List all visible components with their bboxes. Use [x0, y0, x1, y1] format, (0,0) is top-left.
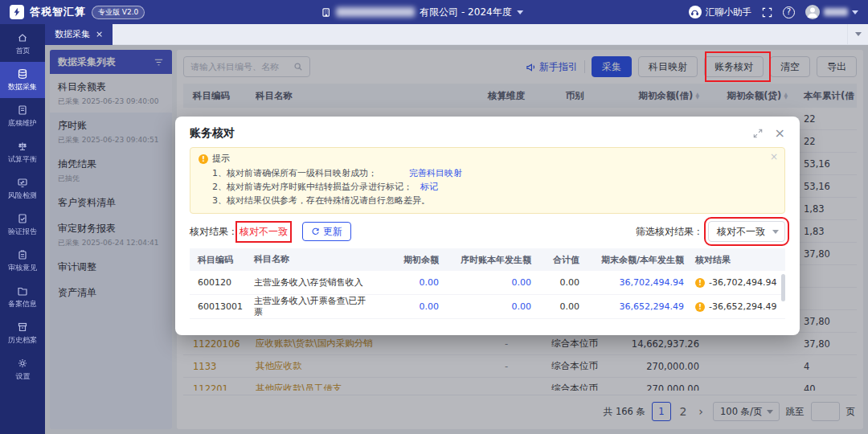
- filter-result-select[interactable]: 核对不一致: [708, 221, 785, 242]
- chevron-down-icon: [517, 10, 523, 14]
- warning-icon: !: [199, 154, 208, 164]
- assistant-avatar-icon: [689, 6, 702, 18]
- tab-close-icon[interactable]: ×: [96, 29, 103, 39]
- verify-table-row[interactable]: 600120 主营业务收入\存货销售收入 0.00 0.00 0.00 36,7…: [190, 271, 785, 295]
- notice-line-1: 1、核对前请确保所有一级科目映射成功；完善科目映射: [199, 166, 764, 180]
- sidebar-item-data-collection[interactable]: 数据采集: [0, 62, 45, 98]
- notice-line-2: 2、核对前请先对序时账中结转损益分录进行标记；标记: [199, 180, 764, 194]
- chevron-down-icon: [772, 230, 779, 234]
- assistant-button[interactable]: 汇聊小助手: [689, 6, 752, 18]
- sidebar-item-verification-report[interactable]: 验证报告: [0, 207, 45, 243]
- notice-line-3: 3、核对结果仅供参考，存在特殊情况请自行忽略差异。: [199, 194, 764, 207]
- sidebar-item-home[interactable]: 首页: [0, 26, 45, 62]
- warning-icon: !: [695, 278, 705, 288]
- company-year-label: 有限公司 - 2024年度: [420, 6, 512, 19]
- tab-strip: 数据采集 ×: [45, 24, 868, 45]
- modal-fullscreen-icon[interactable]: [753, 129, 763, 138]
- result-label: 核对结果：: [190, 225, 238, 239]
- mark-link[interactable]: 标记: [420, 182, 438, 192]
- complete-mapping-link[interactable]: 完善科目映射: [409, 168, 462, 178]
- notice-alert: × ! 提示 1、核对前请确保所有一级科目映射成功；完善科目映射 2、核对前请先…: [190, 147, 785, 214]
- clipboard-icon: [17, 249, 28, 260]
- tab-data-collection[interactable]: 数据采集 ×: [45, 24, 113, 45]
- home-icon: [17, 32, 28, 43]
- risk-monitor-icon: [17, 177, 28, 188]
- modal-header: 账务核对 ×: [175, 117, 800, 147]
- modal-title: 账务核对: [190, 126, 235, 141]
- tab-list-chevron-icon[interactable]: [847, 24, 868, 45]
- sidebar: 首页 数据采集 底稿维护 试算平衡 风险检测 验证报告 审核意见 备案信息: [0, 24, 45, 434]
- fullscreen-icon[interactable]: [762, 7, 772, 18]
- app-title: 答税智汇算: [30, 5, 86, 19]
- edition-badge: 专业版 V2.0: [92, 6, 145, 19]
- warning-icon: !: [695, 302, 705, 312]
- verify-table-row[interactable]: 60013001 主营业务收入\开票备查\已开票 0.00 0.00 0.00 …: [190, 295, 785, 319]
- modal-controls: 核对结果： 核对不一致 更新 筛选核对结果： 核对不一致: [190, 221, 785, 242]
- user-name-redacted: [824, 8, 848, 16]
- filter-group: 筛选核对结果： 核对不一致: [636, 221, 785, 242]
- data-collection-icon: [17, 68, 28, 80]
- draft-icon: [17, 104, 28, 116]
- gear-icon: [17, 358, 28, 369]
- folder-icon: [17, 285, 28, 297]
- verify-table: 科目编码 科目名称 期初余额 序时账本年发生额 合计值 期末余额/本年发生额 核…: [190, 248, 785, 327]
- balance-scale-icon: [17, 141, 28, 152]
- tab-label: 数据采集: [55, 28, 90, 40]
- app-window: 答税智汇算 专业版 V2.0 有限公司 - 2024年度 汇聊小助手 ?: [0, 0, 868, 434]
- assistant-label: 汇聊小助手: [706, 6, 752, 18]
- modal-close-icon[interactable]: ×: [775, 128, 785, 139]
- building-icon: [321, 7, 331, 18]
- sidebar-item-trial-balance[interactable]: 试算平衡: [0, 134, 45, 170]
- user-menu[interactable]: [805, 5, 858, 19]
- account-verify-modal: 账务核对 × × ! 提示 1、核对前请确保所有一级科目映射成功；完善科目映射: [175, 117, 800, 335]
- verify-table-header: 科目编码 科目名称 期初余额 序时账本年发生额 合计值 期末余额/本年发生额 核…: [190, 248, 785, 271]
- notice-heading: ! 提示: [199, 153, 764, 165]
- app-logo-icon: [10, 5, 24, 19]
- report-check-icon: [17, 213, 28, 224]
- sidebar-item-filing-info[interactable]: 备案信息: [0, 279, 45, 315]
- archive-box-icon: [17, 321, 28, 333]
- sidebar-item-draft-maintenance[interactable]: 底稿维护: [0, 98, 45, 134]
- modal-scrollbar[interactable]: [781, 274, 785, 301]
- sidebar-item-audit-opinion[interactable]: 审核意见: [0, 243, 45, 279]
- help-icon[interactable]: ?: [783, 6, 795, 18]
- chevron-down-icon: [852, 10, 858, 14]
- notice-close-icon[interactable]: ×: [770, 151, 778, 162]
- app-header: 答税智汇算 专业版 V2.0 有限公司 - 2024年度 汇聊小助手 ?: [0, 0, 868, 24]
- update-button[interactable]: 更新: [302, 222, 351, 241]
- content-area: 数据采集列表 科目余额表 已采集 2025-06-23 09:40:00 序时账…: [45, 45, 868, 434]
- company-selector[interactable]: 有限公司 - 2024年度: [321, 6, 523, 19]
- user-avatar: [805, 5, 820, 19]
- filter-label: 筛选核对结果：: [636, 225, 703, 239]
- header-actions: 汇聊小助手 ?: [689, 5, 859, 19]
- sidebar-item-history-archive[interactable]: 历史档案: [0, 315, 45, 351]
- result-value: 核对不一致: [240, 225, 288, 239]
- company-name-redacted: [336, 7, 415, 17]
- sidebar-item-risk-detection[interactable]: 风险检测: [0, 170, 45, 207]
- refresh-icon: [311, 227, 320, 236]
- sidebar-item-settings[interactable]: 设置: [0, 351, 45, 387]
